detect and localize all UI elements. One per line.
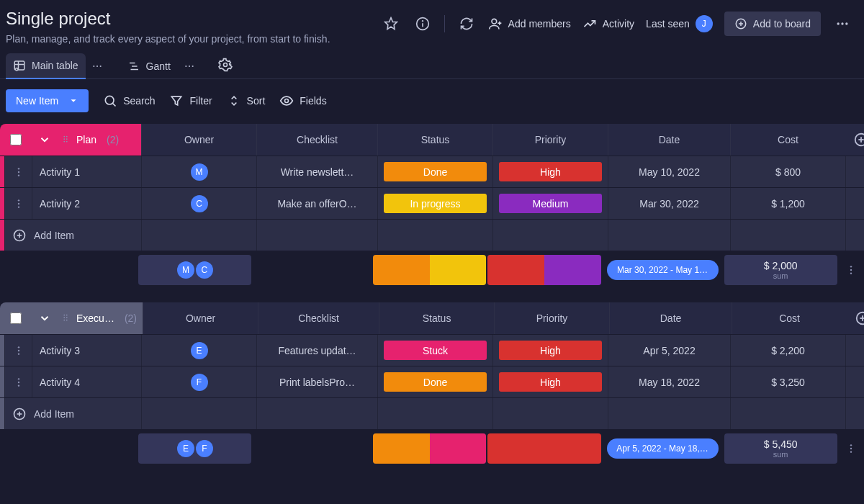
search-button[interactable]: Search	[103, 94, 155, 108]
summary-status[interactable]	[373, 433, 486, 464]
column-status[interactable]: Status	[377, 124, 492, 156]
column-owner[interactable]: Owner	[143, 302, 258, 334]
summary-priority[interactable]	[487, 433, 600, 464]
svg-point-50	[850, 272, 852, 274]
cell-priority[interactable]: High	[492, 335, 608, 366]
cell-checklist[interactable]: Print labelsPro…	[256, 366, 377, 397]
drag-icon[interactable]	[60, 134, 71, 146]
summary-priority[interactable]	[487, 255, 600, 285]
group-collapse[interactable]	[32, 133, 58, 146]
item-name[interactable]: Activity 4	[32, 366, 141, 397]
sort-button[interactable]: Sort	[227, 94, 266, 108]
cell-checklist[interactable]: Make an offerO…	[256, 188, 377, 219]
svg-point-63	[17, 378, 19, 379]
add-to-board-button[interactable]: Add to board	[724, 12, 821, 36]
summary-owners[interactable]: MC	[138, 255, 251, 285]
svg-point-16	[16, 68, 18, 71]
column-priority[interactable]: Priority	[494, 302, 609, 334]
add-item-button[interactable]: Add Item	[4, 398, 141, 429]
row-menu-icon[interactable]	[4, 366, 32, 397]
cell-cost[interactable]: $ 2,200	[730, 335, 845, 366]
cell-date[interactable]: May 18, 2022	[608, 366, 730, 397]
cell-empty	[845, 335, 864, 366]
svg-point-33	[66, 138, 68, 140]
fields-button[interactable]: Fields	[279, 94, 326, 108]
add-item-button[interactable]: Add Item	[4, 220, 141, 251]
cell-owner[interactable]: E	[141, 335, 256, 366]
group-name[interactable]: Plan	[76, 134, 96, 145]
add-column-button[interactable]	[845, 124, 864, 156]
cell-date[interactable]: May 10, 2022	[608, 156, 730, 187]
summary-cost[interactable]: $ 2,000sum	[724, 255, 837, 285]
drag-icon[interactable]	[60, 312, 71, 325]
view-settings-icon[interactable]	[218, 58, 233, 74]
activity-button[interactable]: Activity	[582, 17, 634, 31]
column-date[interactable]: Date	[608, 124, 730, 156]
star-icon[interactable]	[381, 14, 401, 34]
summary-status[interactable]	[373, 255, 486, 285]
cell-priority[interactable]: High	[492, 156, 608, 187]
item-name[interactable]: Activity 1	[32, 156, 141, 187]
cell-status[interactable]: In progress	[377, 188, 492, 219]
summary-owners[interactable]: EF	[138, 433, 251, 464]
svg-point-30	[63, 135, 65, 137]
item-name[interactable]: Activity 3	[32, 335, 141, 366]
cell-owner[interactable]: C	[141, 188, 256, 219]
cell-status[interactable]: Done	[377, 156, 492, 187]
cell-checklist[interactable]: Features updat…	[256, 335, 377, 366]
summary-cost[interactable]: $ 5,450sum	[724, 433, 837, 464]
add-members-button[interactable]: Add members	[488, 17, 571, 31]
cell-date[interactable]: Mar 30, 2022	[608, 188, 730, 219]
summary-date[interactable]: Mar 30, 2022 - May 1…	[603, 255, 723, 285]
last-seen[interactable]: Last seen J	[646, 15, 713, 32]
summary-more-icon[interactable]	[839, 255, 864, 285]
add-column-button[interactable]	[847, 302, 864, 334]
cell-priority[interactable]: High	[492, 366, 608, 397]
item-name[interactable]: Activity 2	[32, 188, 141, 219]
cell-owner[interactable]: F	[141, 366, 256, 397]
cell-checklist[interactable]: Write newslett…	[256, 156, 377, 187]
new-item-button[interactable]: New Item	[6, 89, 89, 112]
column-priority[interactable]: Priority	[492, 124, 608, 156]
filter-button[interactable]: Filter	[169, 94, 212, 108]
cell-date[interactable]: Apr 5, 2022	[608, 335, 730, 366]
cell-status[interactable]: Stuck	[377, 335, 492, 366]
tab-main-table[interactable]: Main table	[6, 53, 86, 79]
summary-date[interactable]: Apr 5, 2022 - May 18,…	[603, 433, 723, 464]
summary-more-icon[interactable]	[839, 433, 864, 464]
column-status[interactable]: Status	[379, 302, 494, 334]
cell-cost[interactable]: $ 800	[730, 156, 845, 187]
svg-point-35	[66, 140, 68, 142]
column-cost[interactable]: Cost	[732, 302, 847, 334]
column-checklist[interactable]: Checklist	[256, 124, 377, 156]
column-date[interactable]: Date	[609, 302, 732, 334]
tab-main-table-more-icon[interactable]	[89, 58, 106, 75]
row-menu-icon[interactable]	[4, 335, 32, 366]
tab-gantt-more-icon[interactable]	[181, 58, 198, 75]
row-menu-icon[interactable]	[4, 188, 32, 219]
column-owner[interactable]: Owner	[141, 124, 256, 156]
column-checklist[interactable]: Checklist	[258, 302, 379, 334]
row-menu-icon[interactable]	[4, 156, 32, 187]
svg-point-64	[17, 381, 19, 382]
cell-owner[interactable]: M	[141, 156, 256, 187]
add-members-label: Add members	[508, 18, 571, 30]
refresh-icon[interactable]	[456, 14, 477, 34]
info-icon[interactable]	[413, 14, 433, 34]
group-checkbox[interactable]	[0, 312, 32, 324]
more-icon[interactable]	[832, 14, 852, 34]
cell-status[interactable]: Done	[377, 366, 492, 397]
empty-cell	[377, 220, 492, 251]
cell-priority[interactable]: Medium	[492, 188, 608, 219]
svg-point-71	[850, 451, 852, 452]
chevron-down-icon	[68, 96, 78, 106]
page-subtitle: Plan, manage, and track every aspect of …	[6, 33, 372, 45]
column-cost[interactable]: Cost	[730, 124, 845, 156]
svg-point-3	[422, 21, 423, 22]
group-checkbox[interactable]	[0, 134, 32, 145]
group-name[interactable]: Execu…	[76, 312, 114, 324]
cell-cost[interactable]: $ 3,250	[730, 366, 845, 397]
group-collapse[interactable]	[32, 312, 58, 325]
cell-cost[interactable]: $ 1,200	[730, 188, 845, 219]
tab-gantt[interactable]: Gantt	[120, 54, 178, 78]
